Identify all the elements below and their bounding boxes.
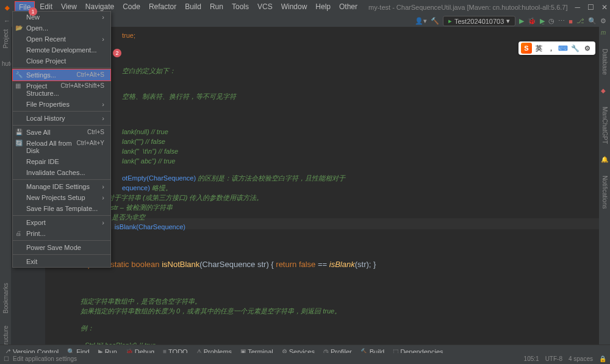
kw-static: static [110, 260, 129, 269]
tool-notifications[interactable]: Notifications [601, 176, 608, 209]
code-editor[interactable]: true; 空白的定义如下： 空格、制表符、换行符，等不可见字符 lank(nu… [55, 27, 599, 351]
tool-maven[interactable]: ManChatGPT [601, 107, 608, 144]
menu-tools[interactable]: Tools [228, 1, 253, 13]
ime-toolbar[interactable]: S 英 ， ⌨ 🔧 ⚙ [518, 41, 595, 55]
doc-text: 略慢。 [150, 184, 172, 191]
menu-project-structure[interactable]: ▦Project Structure...Ctrl+Alt+Shift+S [13, 80, 110, 99]
chevron-down-icon: ▾ [506, 17, 510, 25]
settings-icon[interactable]: ⚙ [600, 17, 606, 25]
user-icon[interactable]: 👤▾ [415, 17, 427, 25]
menu-save-as-template[interactable]: Save File as Template... [13, 203, 110, 214]
fn-sig: (CharSequence str) [199, 260, 268, 269]
tool-database[interactable]: Database [601, 49, 608, 75]
structure-icon: ▦ [15, 82, 21, 89]
tool-project[interactable]: Project [2, 29, 9, 48]
menu-export[interactable]: Export› [13, 217, 110, 228]
op-eq: == [318, 260, 329, 269]
build-icon[interactable]: 🔨 [431, 17, 439, 25]
file-menu-dropdown: New› 📂Open... Open Recent› Remote Develo… [12, 11, 111, 268]
kw-boolean: boolean [131, 260, 159, 269]
doc-text: 空白的定义如下： [122, 67, 176, 74]
tool-bookmarks[interactable]: Bookmarks [2, 283, 9, 313]
doc-link[interactable]: otEmpty(CharSequence) [122, 174, 196, 182]
ime-settings-icon[interactable]: ⚙ [582, 43, 593, 54]
menu-file-properties[interactable]: File Properties› [13, 99, 110, 110]
maximize-icon[interactable]: ☐ [587, 3, 594, 12]
menu-repair-ide[interactable]: Repair IDE [13, 156, 110, 167]
menu-invalidate-caches[interactable]: Invalidate Caches... [13, 167, 110, 178]
menu-open-recent[interactable]: Open Recent› [13, 34, 110, 45]
brace: { [269, 260, 276, 269]
doc-text: 的区别是：该方法会校验空白字符，且性能相对于 [196, 174, 345, 182]
app-logo: ◆ [2, 2, 12, 12]
doc-text: 例： [81, 324, 94, 332]
menu-close-project[interactable]: Close Project [13, 55, 110, 66]
run-icon[interactable]: ▶ [519, 17, 524, 25]
back-icon[interactable]: ← [4, 17, 12, 26]
menu-window[interactable]: Window [278, 1, 311, 13]
menu-reload-disk[interactable]: 🔄Reload All from DiskCtrl+Alt+Y [13, 138, 110, 156]
brace-end: ; } [369, 260, 376, 269]
ime-tool-icon[interactable]: 🔧 [570, 43, 581, 54]
ime-logo-icon[interactable]: S [521, 43, 532, 54]
run-config-label: Test2024010703 [454, 18, 504, 25]
ime-lang-toggle[interactable]: 英 [533, 43, 544, 54]
status-run-icon: ☐ [4, 355, 9, 362]
minimize-icon[interactable]: ─ [575, 3, 580, 12]
run-config-selector[interactable]: ▸ Test2024010703 ▾ [443, 16, 515, 26]
menu-local-history[interactable]: Local History› [13, 113, 110, 124]
menu-remote-dev[interactable]: Remote Development... [13, 45, 110, 55]
menu-new[interactable]: New› [13, 12, 110, 23]
doc-text: 如果指定的字符串数组的长度为 0，或者其中的任意一个元素是空字符串，则返回 tr… [81, 307, 341, 315]
bell-icon[interactable]: 🔔 [601, 156, 608, 163]
git-icon[interactable]: ⎇ [576, 17, 584, 25]
ime-keyboard-icon[interactable]: ⌨ [558, 43, 569, 54]
callout-badge-1: 1 [29, 7, 37, 16]
coverage-icon[interactable]: ▶̤ [540, 17, 545, 25]
menu-print[interactable]: 🖨Print... [13, 228, 110, 239]
menu-new-projects-setup[interactable]: New Projects Setup› [13, 192, 110, 203]
close-icon[interactable]: ✕ [601, 3, 608, 12]
doc-text: 空格、制表符、换行符，等不可见字符 [122, 93, 236, 100]
maven-icon[interactable]: ◆ [601, 87, 608, 95]
callout-badge-2: 2 [113, 49, 121, 57]
doc-text: lank("") // false [122, 138, 165, 145]
menu-build[interactable]: Build [181, 1, 205, 13]
debug-icon[interactable]: 🐞 [528, 17, 536, 25]
menu-open[interactable]: 📂Open... [13, 23, 110, 34]
reload-icon: 🔄 [15, 140, 23, 146]
code-text: true; [122, 32, 135, 39]
ime-punct-toggle[interactable]: ， [545, 43, 556, 54]
doc-text: lank(" \t\n") // false [122, 148, 178, 155]
menu-other[interactable]: Other [336, 1, 361, 13]
fn-arg: (str) [355, 260, 369, 269]
doc-link[interactable]: isBlank(CharSequence) [111, 223, 185, 230]
doc-text: 指定字符串数组中，是否包含空字符串。 [81, 298, 201, 305]
doc-text: lank(null) // true [122, 128, 168, 135]
attach-icon[interactable]: ⋯ [558, 17, 565, 25]
wrench-icon: 🔧 [15, 71, 23, 78]
menu-code[interactable]: Code [119, 1, 144, 13]
menu-manage-ide-settings[interactable]: Manage IDE Settings› [13, 181, 110, 192]
print-icon: 🖨 [15, 230, 21, 237]
status-indent[interactable]: 4 spaces [569, 355, 593, 362]
stop-icon[interactable]: ■ [569, 18, 573, 25]
status-position[interactable]: 105:1 [524, 355, 539, 362]
menu-vcs[interactable]: VCS [254, 1, 276, 13]
profiler-icon[interactable]: ◷ [548, 17, 554, 25]
menu-refactor[interactable]: Refactor [145, 1, 180, 13]
status-encoding[interactable]: UTF-8 [545, 355, 562, 362]
run-config-icon: ▸ [448, 17, 452, 25]
menu-power-save[interactable]: Power Save Mode [13, 242, 110, 253]
search-icon[interactable]: 🔍 [588, 17, 597, 25]
doc-link[interactable]: equence) [122, 184, 150, 191]
status-lock-icon[interactable]: 🔒 [599, 355, 606, 362]
m-icon[interactable]: m [601, 29, 608, 37]
window-title: my-test - CharSequenceUtil.java [Maven: … [361, 4, 575, 11]
menu-help[interactable]: Help [312, 1, 334, 13]
menu-save-all[interactable]: 💾Save AllCtrl+S [13, 127, 110, 138]
menu-run[interactable]: Run [206, 1, 227, 13]
menu-exit[interactable]: Exit [13, 256, 110, 267]
fn-name: isNotBlank [162, 260, 199, 269]
menu-settings[interactable]: 🔧Settings...Ctrl+Alt+S [13, 70, 110, 80]
